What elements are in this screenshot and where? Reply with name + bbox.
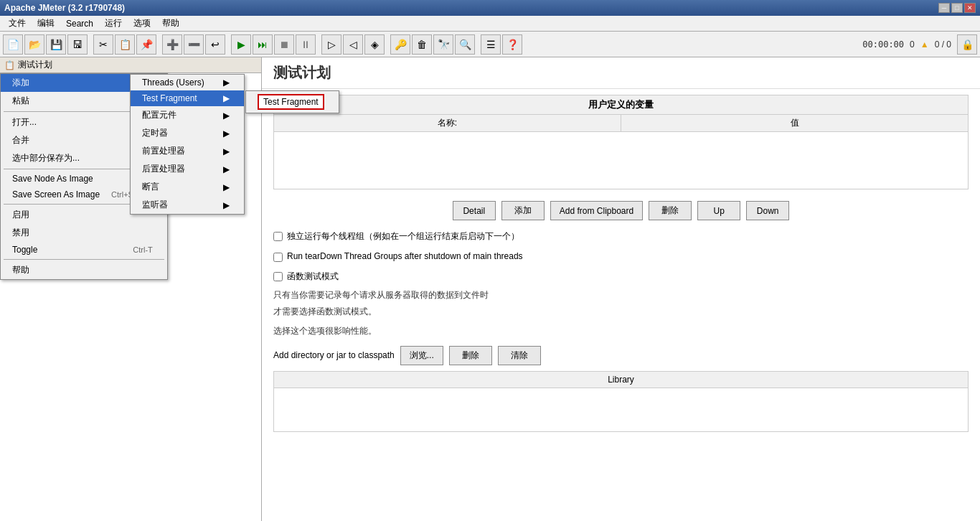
test-fragment-label: Test Fragment <box>258 94 324 110</box>
submenu-assertion[interactable]: 断言 ▶ <box>131 178 244 196</box>
binoculars-button[interactable]: 🔭 <box>433 34 453 55</box>
menu-run[interactable]: 运行 <box>99 16 128 31</box>
text-block-2: 才需要选择函数测试模式。 <box>262 304 980 320</box>
table-header: 名称: 值 <box>273 115 969 132</box>
menu-edit[interactable]: 编辑 <box>32 16 60 31</box>
text-block-3: 选择这个选项很影响性能。 <box>262 323 980 339</box>
tree-header: 📋 测试计划 <box>0 57 261 73</box>
delete-var-button[interactable]: 删除 <box>649 201 692 220</box>
menu-search[interactable]: Search <box>60 17 99 30</box>
submenu-threads[interactable]: Threads (Users) ▶ <box>131 75 244 90</box>
toolbar: 📄 📂 💾 🖫 ✂ 📋 📌 ➕ ➖ ↩ ▶ ⏭ ⏹ ⏸ ▷ ◁ ◈ 🔑 🗑 🔭 … <box>0 32 980 57</box>
classpath-label: Add directory or jar to classpath <box>273 350 395 360</box>
checkbox-independent-label: 独立运行每个线程组（例如在一个组运行结束后启动下一个） <box>287 230 519 243</box>
ssl-button[interactable]: 🔑 <box>390 34 410 55</box>
btn-row-variables: Detail 添加 Add from Clipboard 删除 Up Down <box>262 195 980 226</box>
tree-header-label: 测试计划 <box>18 59 52 71</box>
col-value: 值 <box>621 115 968 131</box>
checkbox-independent-thread[interactable] <box>273 232 283 241</box>
maximize-button[interactable]: □ <box>951 3 963 13</box>
stop-button[interactable]: ⏹ <box>274 34 294 55</box>
ctx-disable[interactable]: 禁用 <box>1 224 167 242</box>
submenu-fragment-testfragment[interactable]: Test Fragment <box>246 91 339 113</box>
close-button[interactable]: ✕ <box>964 3 976 13</box>
delete-classpath-button[interactable]: 删除 <box>449 346 492 365</box>
remote-stop-button[interactable]: ◁ <box>343 34 363 55</box>
scroll-lock-button[interactable]: 🔒 <box>957 34 977 55</box>
stopall-button[interactable]: ⏸ <box>296 34 316 55</box>
scroll-button[interactable]: ↩ <box>205 34 225 55</box>
menu-file[interactable]: 文件 <box>3 16 32 31</box>
library-section: Library <box>273 371 969 432</box>
paste-button[interactable]: 📌 <box>136 34 156 55</box>
ctx-savepartial-label: 选中部分保存为... <box>12 152 80 164</box>
browse-button[interactable]: 浏览... <box>400 346 443 365</box>
library-body <box>274 388 968 431</box>
add-clipboard-button[interactable]: Add from Clipboard <box>550 201 643 220</box>
menu-help[interactable]: 帮助 <box>156 16 185 31</box>
detail-button[interactable]: Detail <box>453 201 496 220</box>
ctx-open-label: 打开... <box>12 116 37 128</box>
save-button[interactable]: 💾 <box>46 34 66 55</box>
add-button[interactable]: ➕ <box>162 34 182 55</box>
panel-title: 测试计划 <box>262 57 980 89</box>
submenu-config-label: 配置元件 <box>142 109 176 121</box>
ratio-count: 0 / 0 <box>935 39 951 50</box>
table-body <box>273 132 969 189</box>
submenu-timer-arrow: ▶ <box>223 128 230 139</box>
elapsed-time: 00:00:00 <box>862 39 904 50</box>
warning-count: 0 <box>910 39 915 50</box>
minimize-button[interactable]: ─ <box>938 3 950 13</box>
text-block-1: 只有当你需要记录每个请求从服务器取得的数据到文件时 <box>262 287 980 304</box>
search-button[interactable]: 🔍 <box>455 34 475 55</box>
up-button[interactable]: Up <box>697 201 740 220</box>
submenu-post[interactable]: 后置处理器 ▶ <box>131 160 244 178</box>
checkbox-row-2: Run tearDown Thread Groups after shutdow… <box>262 247 980 266</box>
ctx-saveasimage-label: Save Node As Image <box>12 174 93 184</box>
ctx-toggle[interactable]: Toggle Ctrl-T <box>1 242 167 258</box>
ctx-savescreenasimage-label: Save Screen As Image <box>12 189 100 200</box>
checkbox-teardown[interactable] <box>273 253 283 262</box>
saveas-button[interactable]: 🖫 <box>67 34 88 55</box>
submenu-assertion-label: 断言 <box>142 181 159 193</box>
text-line-1: 只有当你需要记录每个请求从服务器取得的数据到文件时 <box>273 290 489 300</box>
help-btn[interactable]: ❓ <box>502 34 522 55</box>
submenu-post-arrow: ▶ <box>223 164 230 174</box>
checkbox-functional[interactable] <box>273 272 283 281</box>
ctx-help[interactable]: 帮助 <box>1 261 167 279</box>
window-controls: ─ □ ✕ <box>938 3 976 13</box>
list-button[interactable]: ☰ <box>481 34 501 55</box>
submenu-fragment-items: Test Fragment <box>245 90 339 113</box>
submenu-pre-label: 前置处理器 <box>142 145 185 157</box>
submenu-listener[interactable]: 监听器 ▶ <box>131 196 244 214</box>
new-button[interactable]: 📄 <box>3 34 23 55</box>
menu-options[interactable]: 选项 <box>128 16 156 31</box>
clear-button[interactable]: 🗑 <box>412 34 432 55</box>
copy-button[interactable]: 📋 <box>115 34 135 55</box>
runall-button[interactable]: ⏭ <box>253 34 273 55</box>
submenu-config[interactable]: 配置元件 ▶ <box>131 106 244 124</box>
main-container: 📋 测试计划 📋 测试计划 🗂 工作台 添加 ▶ 粘贴 Ctrl-V <box>0 57 980 521</box>
remove-button[interactable]: ➖ <box>184 34 204 55</box>
library-header: Library <box>274 372 968 388</box>
open-button[interactable]: 📂 <box>24 34 44 55</box>
submenu-timer[interactable]: 定时器 ▶ <box>131 124 244 142</box>
checkbox-teardown-label: Run tearDown Thread Groups after shutdow… <box>287 251 523 261</box>
cut-button[interactable]: ✂ <box>93 34 113 55</box>
submenu-pre-arrow: ▶ <box>223 146 230 156</box>
right-panel: 测试计划 用户定义的变量 名称: 值 Detail 添加 Add from Cl… <box>262 57 980 521</box>
add-var-button[interactable]: 添加 <box>501 201 545 220</box>
toolbar-right: 00:00:00 0 ▲ 0 / 0 🔒 <box>862 34 977 55</box>
remote-start-button[interactable]: ▷ <box>321 34 341 55</box>
down-button[interactable]: Down <box>746 201 789 220</box>
submenu-pre[interactable]: 前置处理器 ▶ <box>131 142 244 160</box>
variables-section: 用户定义的变量 名称: 值 <box>262 89 980 195</box>
remote-clear-button[interactable]: ◈ <box>364 34 385 55</box>
ctx-toggle-shortcut: Ctrl-T <box>133 245 153 254</box>
run-button[interactable]: ▶ <box>231 34 251 55</box>
submenu-fragment[interactable]: Test Fragment ▶ <box>131 90 244 106</box>
clear-classpath-button[interactable]: 清除 <box>498 346 541 365</box>
title-bar: Apache JMeter (3.2 r1790748) ─ □ ✕ <box>0 0 980 16</box>
menu-bar: 文件 编辑 Search 运行 选项 帮助 <box>0 16 980 32</box>
warning-icon: ▲ <box>920 39 929 50</box>
